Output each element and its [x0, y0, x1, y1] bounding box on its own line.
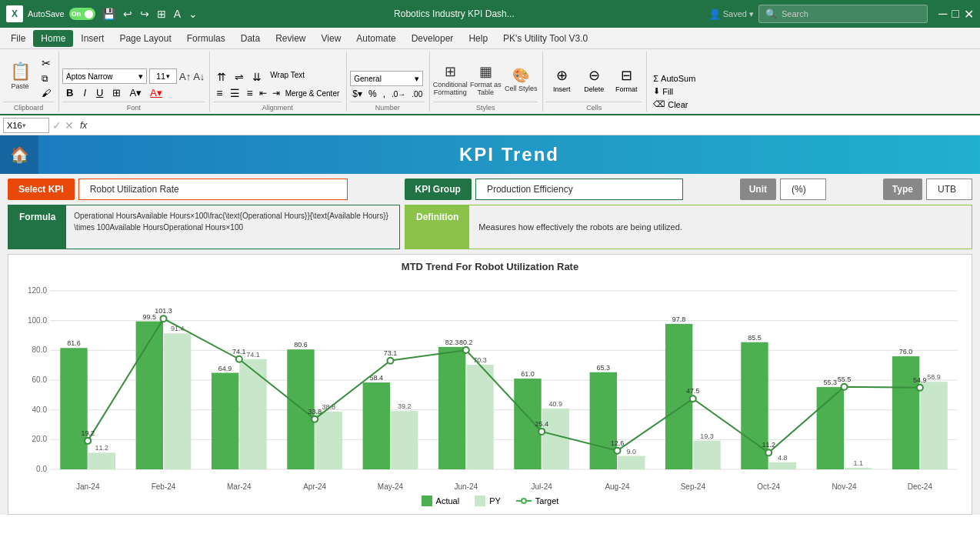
autosum-button[interactable]: ΣAutoSum — [650, 73, 712, 84]
type-value[interactable]: UTB — [926, 179, 972, 200]
menu-help[interactable]: Help — [461, 30, 495, 47]
fill-button[interactable]: ⬇Fill — [650, 85, 712, 97]
maximize-btn[interactable]: □ — [952, 7, 959, 21]
svg-text:58.9: 58.9 — [927, 373, 941, 381]
fill-color-button[interactable]: A▾ — [126, 86, 145, 99]
menu-developer[interactable]: Developer — [404, 30, 462, 47]
legend-target: Target — [516, 496, 559, 506]
search-box[interactable]: 🔍 Search — [758, 5, 928, 23]
menu-file[interactable]: File — [3, 30, 33, 47]
svg-text:39.2: 39.2 — [398, 402, 412, 410]
cut-button[interactable]: ✂ — [38, 55, 54, 71]
wrap-text-button[interactable]: Wrap Text — [266, 69, 308, 85]
align-bottom-button[interactable]: ⇊ — [248, 69, 265, 85]
svg-text:1.1: 1.1 — [853, 459, 863, 467]
svg-rect-39 — [438, 347, 465, 469]
undo-icon[interactable]: ↩ — [121, 6, 135, 22]
svg-point-74 — [85, 438, 91, 444]
menu-insert[interactable]: Insert — [73, 30, 112, 47]
unit-value[interactable]: (%) — [780, 179, 826, 200]
align-center-button[interactable]: ☰ — [227, 86, 243, 100]
kpi-group-value[interactable]: Production Efficiency — [475, 179, 683, 200]
border-button[interactable]: ⊞ — [109, 86, 124, 99]
svg-rect-56 — [693, 441, 720, 469]
formula-bar-cancel-icon[interactable]: ✕ — [65, 119, 74, 132]
select-kpi-value[interactable]: Robot Utilization Rate — [78, 179, 348, 200]
align-top-button[interactable]: ⇈ — [213, 69, 230, 85]
svg-rect-71 — [920, 382, 947, 469]
number-format-select[interactable]: General ▾ — [350, 71, 423, 86]
svg-text:40.0: 40.0 — [32, 405, 48, 414]
saved-status: 👤 Saved ▾ — [708, 8, 754, 20]
clear-button[interactable]: ⌫Clear — [650, 98, 712, 110]
copy-button[interactable]: ⧉ — [38, 72, 54, 85]
menu-view[interactable]: View — [314, 30, 349, 47]
svg-point-82 — [388, 358, 394, 364]
align-left-button[interactable]: ≡ — [213, 86, 225, 100]
paste-button[interactable]: 📋 Paste — [3, 55, 37, 95]
menu-page-layout[interactable]: Page Layout — [112, 30, 178, 47]
increase-font-icon[interactable]: A↑ — [179, 71, 191, 82]
cell-styles-button[interactable]: 🎨 Cell Styles — [504, 60, 538, 100]
minimize-btn[interactable]: ─ — [938, 7, 947, 21]
decrease-font-icon[interactable]: A↓ — [193, 71, 205, 82]
svg-text:19.2: 19.2 — [81, 429, 95, 437]
svg-rect-41 — [466, 365, 493, 469]
svg-rect-46 — [542, 409, 569, 469]
menu-home[interactable]: Home — [33, 30, 73, 47]
svg-text:80.2: 80.2 — [459, 339, 473, 346]
font-size-select[interactable]: 11 ▾ — [149, 68, 177, 84]
save-icon[interactable]: 💾 — [100, 6, 118, 22]
formula-input[interactable] — [93, 118, 977, 133]
home-icon-button[interactable]: 🏠 — [0, 135, 38, 174]
conditional-formatting-button[interactable]: ⊞ Conditional Formatting — [433, 60, 467, 100]
increase-indent-button[interactable]: ⇥ — [270, 87, 282, 99]
clipboard-label: Clipboard — [3, 102, 54, 112]
merge-center-button[interactable]: Merge & Center — [283, 88, 342, 98]
close-btn[interactable]: ✕ — [964, 7, 974, 22]
svg-text:20.0: 20.0 — [32, 435, 48, 443]
format-as-table-button[interactable]: ▦ Format as Table — [468, 60, 502, 100]
decrease-decimal-button[interactable]: .0→ — [389, 89, 408, 99]
decrease-indent-button[interactable]: ⇤ — [257, 87, 269, 99]
align-middle-button[interactable]: ⇌ — [231, 69, 248, 85]
menu-automate[interactable]: Automate — [348, 30, 403, 47]
menu-formulas[interactable]: Formulas — [179, 30, 233, 47]
menu-data[interactable]: Data — [233, 30, 268, 47]
italic-button[interactable]: I — [79, 85, 90, 100]
more-icon[interactable]: ⌄ — [186, 6, 200, 22]
formula-bar-check-icon[interactable]: ✓ — [52, 119, 62, 132]
insert-cells-button[interactable]: ⊕ Insert — [546, 60, 577, 100]
text-icon[interactable]: A — [172, 6, 183, 22]
format-cells-button[interactable]: ⊟ Format — [611, 60, 642, 100]
svg-rect-24 — [212, 373, 238, 469]
delete-cells-button[interactable]: ⊖ Delete — [578, 60, 609, 100]
currency-button[interactable]: $▾ — [350, 88, 365, 100]
svg-text:54.9: 54.9 — [913, 376, 927, 384]
cell-reference-box[interactable]: X16 ▾ — [3, 118, 49, 133]
svg-text:Jun-24: Jun-24 — [455, 482, 478, 491]
svg-text:55.3: 55.3 — [824, 379, 838, 386]
underline-button[interactable]: U — [92, 85, 107, 100]
percent-button[interactable]: % — [366, 88, 379, 100]
increase-decimal-button[interactable]: .00 — [409, 89, 425, 99]
fx-label: fx — [77, 120, 90, 131]
bold-button[interactable]: B — [62, 85, 77, 100]
font-name-dropdown-icon: ▾ — [138, 72, 143, 82]
comma-button[interactable]: , — [381, 88, 388, 100]
svg-text:100.0: 100.0 — [28, 316, 47, 325]
autosave-toggle[interactable]: On — [69, 8, 95, 20]
svg-text:Aug-24: Aug-24 — [605, 482, 630, 491]
font-color-button[interactable]: A▾ — [147, 86, 165, 99]
grid-icon[interactable]: ⊞ — [155, 6, 168, 22]
align-right-button[interactable]: ≡ — [244, 86, 256, 100]
svg-text:55.5: 55.5 — [838, 375, 852, 383]
menu-utility-tool[interactable]: PK's Utility Tool V3.0 — [495, 30, 595, 47]
svg-point-76 — [161, 315, 167, 322]
font-name-select[interactable]: Aptos Narrow ▾ — [62, 68, 147, 84]
format-painter-button[interactable]: 🖌 — [38, 86, 54, 100]
svg-rect-36 — [391, 411, 418, 469]
redo-icon[interactable]: ↪ — [138, 6, 152, 22]
menu-review[interactable]: Review — [268, 30, 313, 47]
svg-text:97.8: 97.8 — [672, 315, 686, 323]
